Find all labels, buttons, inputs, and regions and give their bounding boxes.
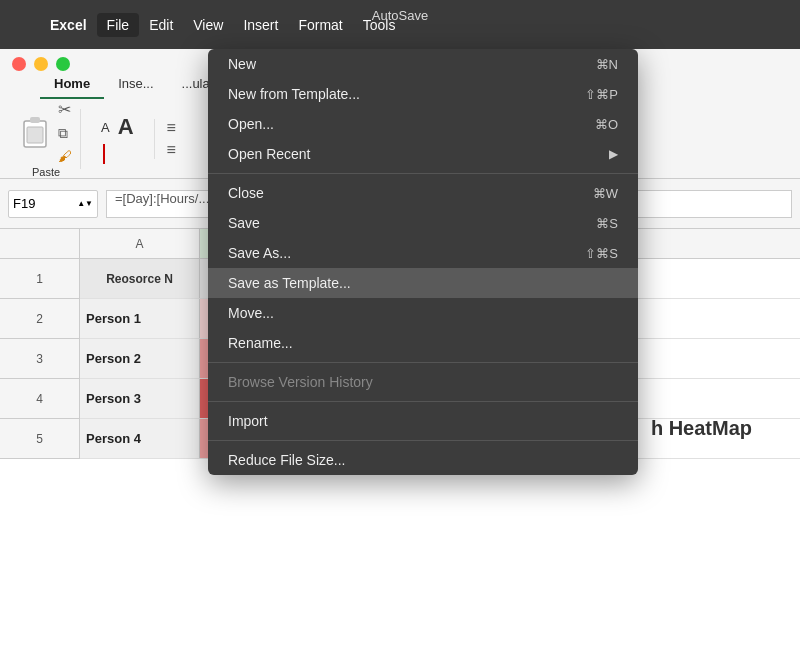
menu-item-save-as-template[interactable]: Save as Template... (208, 268, 638, 298)
menu-item-open-label: Open... (228, 116, 274, 132)
menu-item-browse-history-label: Browse Version History (228, 374, 373, 390)
menu-item-save-as-label: Save As... (228, 245, 291, 261)
menu-item-new-template[interactable]: New from Template... ⇧⌘P (208, 79, 638, 109)
menu-item-move[interactable]: Move... (208, 298, 638, 328)
divider-1 (208, 173, 638, 174)
divider-4 (208, 440, 638, 441)
menu-item-new-template-shortcut: ⇧⌘P (585, 87, 618, 102)
divider-2 (208, 362, 638, 363)
menu-item-save-label: Save (228, 215, 260, 231)
menu-item-save-as-shortcut: ⇧⌘S (585, 246, 618, 261)
menu-item-import[interactable]: Import (208, 406, 638, 436)
menu-item-rename[interactable]: Rename... (208, 328, 638, 358)
menu-item-move-label: Move... (228, 305, 274, 321)
menu-item-open-recent-label: Open Recent (228, 146, 311, 162)
menu-item-reduce-size[interactable]: Reduce File Size... (208, 445, 638, 475)
menu-item-new-shortcut: ⌘N (596, 57, 618, 72)
file-dropdown-menu: New ⌘N New from Template... ⇧⌘P Open... … (208, 49, 638, 475)
menu-item-close[interactable]: Close ⌘W (208, 178, 638, 208)
menu-item-new[interactable]: New ⌘N (208, 49, 638, 79)
submenu-arrow-icon: ▶ (609, 147, 618, 161)
menu-item-reduce-size-label: Reduce File Size... (228, 452, 346, 468)
menu-item-save-as[interactable]: Save As... ⇧⌘S (208, 238, 638, 268)
menu-item-close-label: Close (228, 185, 264, 201)
menu-item-save-shortcut: ⌘S (596, 216, 618, 231)
menu-item-browse-history: Browse Version History (208, 367, 638, 397)
menu-item-save-as-template-label: Save as Template... (228, 275, 351, 291)
menu-item-save[interactable]: Save ⌘S (208, 208, 638, 238)
menu-item-open[interactable]: Open... ⌘O (208, 109, 638, 139)
menu-item-import-label: Import (228, 413, 268, 429)
menu-item-rename-label: Rename... (228, 335, 293, 351)
menu-item-open-recent[interactable]: Open Recent ▶ (208, 139, 638, 169)
divider-3 (208, 401, 638, 402)
dropdown-overlay: New ⌘N New from Template... ⇧⌘P Open... … (0, 0, 800, 670)
menu-item-new-label: New (228, 56, 256, 72)
menu-item-open-shortcut: ⌘O (595, 117, 618, 132)
menu-item-new-template-label: New from Template... (228, 86, 360, 102)
menu-item-close-shortcut: ⌘W (593, 186, 618, 201)
